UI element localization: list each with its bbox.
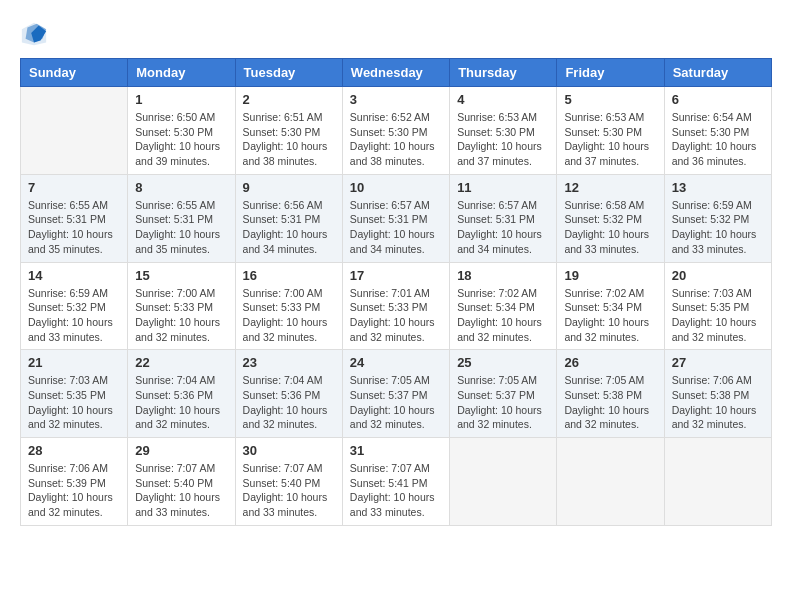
day-info: Sunrise: 6:57 AM Sunset: 5:31 PM Dayligh…: [350, 198, 442, 257]
calendar-day-13: 13Sunrise: 6:59 AM Sunset: 5:32 PM Dayli…: [664, 174, 771, 262]
day-number: 26: [564, 355, 656, 370]
calendar: SundayMondayTuesdayWednesdayThursdayFrid…: [20, 58, 772, 526]
calendar-day-3: 3Sunrise: 6:52 AM Sunset: 5:30 PM Daylig…: [342, 87, 449, 175]
day-info: Sunrise: 7:04 AM Sunset: 5:36 PM Dayligh…: [243, 373, 335, 432]
day-number: 10: [350, 180, 442, 195]
day-info: Sunrise: 7:02 AM Sunset: 5:34 PM Dayligh…: [564, 286, 656, 345]
day-info: Sunrise: 7:06 AM Sunset: 5:38 PM Dayligh…: [672, 373, 764, 432]
day-number: 17: [350, 268, 442, 283]
calendar-week-5: 28Sunrise: 7:06 AM Sunset: 5:39 PM Dayli…: [21, 438, 772, 526]
day-info: Sunrise: 7:03 AM Sunset: 5:35 PM Dayligh…: [672, 286, 764, 345]
calendar-empty-cell: [557, 438, 664, 526]
day-number: 2: [243, 92, 335, 107]
calendar-day-12: 12Sunrise: 6:58 AM Sunset: 5:32 PM Dayli…: [557, 174, 664, 262]
calendar-empty-cell: [450, 438, 557, 526]
day-info: Sunrise: 6:51 AM Sunset: 5:30 PM Dayligh…: [243, 110, 335, 169]
day-info: Sunrise: 7:07 AM Sunset: 5:40 PM Dayligh…: [135, 461, 227, 520]
day-number: 16: [243, 268, 335, 283]
day-header-thursday: Thursday: [450, 59, 557, 87]
calendar-day-4: 4Sunrise: 6:53 AM Sunset: 5:30 PM Daylig…: [450, 87, 557, 175]
day-info: Sunrise: 7:05 AM Sunset: 5:37 PM Dayligh…: [350, 373, 442, 432]
day-info: Sunrise: 7:05 AM Sunset: 5:37 PM Dayligh…: [457, 373, 549, 432]
day-header-friday: Friday: [557, 59, 664, 87]
calendar-day-1: 1Sunrise: 6:50 AM Sunset: 5:30 PM Daylig…: [128, 87, 235, 175]
day-number: 5: [564, 92, 656, 107]
calendar-day-23: 23Sunrise: 7:04 AM Sunset: 5:36 PM Dayli…: [235, 350, 342, 438]
day-info: Sunrise: 7:06 AM Sunset: 5:39 PM Dayligh…: [28, 461, 120, 520]
day-number: 21: [28, 355, 120, 370]
calendar-day-8: 8Sunrise: 6:55 AM Sunset: 5:31 PM Daylig…: [128, 174, 235, 262]
day-number: 4: [457, 92, 549, 107]
calendar-day-30: 30Sunrise: 7:07 AM Sunset: 5:40 PM Dayli…: [235, 438, 342, 526]
day-info: Sunrise: 7:03 AM Sunset: 5:35 PM Dayligh…: [28, 373, 120, 432]
calendar-day-9: 9Sunrise: 6:56 AM Sunset: 5:31 PM Daylig…: [235, 174, 342, 262]
day-number: 8: [135, 180, 227, 195]
day-number: 29: [135, 443, 227, 458]
day-number: 12: [564, 180, 656, 195]
calendar-empty-cell: [664, 438, 771, 526]
calendar-day-27: 27Sunrise: 7:06 AM Sunset: 5:38 PM Dayli…: [664, 350, 771, 438]
day-info: Sunrise: 7:00 AM Sunset: 5:33 PM Dayligh…: [135, 286, 227, 345]
calendar-week-4: 21Sunrise: 7:03 AM Sunset: 5:35 PM Dayli…: [21, 350, 772, 438]
day-number: 18: [457, 268, 549, 283]
day-number: 15: [135, 268, 227, 283]
calendar-day-22: 22Sunrise: 7:04 AM Sunset: 5:36 PM Dayli…: [128, 350, 235, 438]
calendar-day-19: 19Sunrise: 7:02 AM Sunset: 5:34 PM Dayli…: [557, 262, 664, 350]
day-info: Sunrise: 7:05 AM Sunset: 5:38 PM Dayligh…: [564, 373, 656, 432]
day-info: Sunrise: 6:57 AM Sunset: 5:31 PM Dayligh…: [457, 198, 549, 257]
calendar-day-2: 2Sunrise: 6:51 AM Sunset: 5:30 PM Daylig…: [235, 87, 342, 175]
header: [20, 20, 772, 48]
calendar-day-25: 25Sunrise: 7:05 AM Sunset: 5:37 PM Dayli…: [450, 350, 557, 438]
day-number: 11: [457, 180, 549, 195]
day-info: Sunrise: 7:07 AM Sunset: 5:40 PM Dayligh…: [243, 461, 335, 520]
day-info: Sunrise: 6:53 AM Sunset: 5:30 PM Dayligh…: [457, 110, 549, 169]
calendar-week-1: 1Sunrise: 6:50 AM Sunset: 5:30 PM Daylig…: [21, 87, 772, 175]
calendar-empty-cell: [21, 87, 128, 175]
calendar-day-31: 31Sunrise: 7:07 AM Sunset: 5:41 PM Dayli…: [342, 438, 449, 526]
calendar-day-17: 17Sunrise: 7:01 AM Sunset: 5:33 PM Dayli…: [342, 262, 449, 350]
day-number: 3: [350, 92, 442, 107]
day-info: Sunrise: 6:59 AM Sunset: 5:32 PM Dayligh…: [28, 286, 120, 345]
day-info: Sunrise: 6:52 AM Sunset: 5:30 PM Dayligh…: [350, 110, 442, 169]
calendar-day-28: 28Sunrise: 7:06 AM Sunset: 5:39 PM Dayli…: [21, 438, 128, 526]
day-number: 22: [135, 355, 227, 370]
day-number: 28: [28, 443, 120, 458]
calendar-day-14: 14Sunrise: 6:59 AM Sunset: 5:32 PM Dayli…: [21, 262, 128, 350]
calendar-day-15: 15Sunrise: 7:00 AM Sunset: 5:33 PM Dayli…: [128, 262, 235, 350]
calendar-header-row: SundayMondayTuesdayWednesdayThursdayFrid…: [21, 59, 772, 87]
day-info: Sunrise: 6:59 AM Sunset: 5:32 PM Dayligh…: [672, 198, 764, 257]
day-info: Sunrise: 6:54 AM Sunset: 5:30 PM Dayligh…: [672, 110, 764, 169]
day-info: Sunrise: 7:04 AM Sunset: 5:36 PM Dayligh…: [135, 373, 227, 432]
day-number: 31: [350, 443, 442, 458]
day-number: 14: [28, 268, 120, 283]
day-info: Sunrise: 6:53 AM Sunset: 5:30 PM Dayligh…: [564, 110, 656, 169]
day-info: Sunrise: 6:50 AM Sunset: 5:30 PM Dayligh…: [135, 110, 227, 169]
day-info: Sunrise: 7:07 AM Sunset: 5:41 PM Dayligh…: [350, 461, 442, 520]
day-header-wednesday: Wednesday: [342, 59, 449, 87]
day-header-monday: Monday: [128, 59, 235, 87]
day-info: Sunrise: 6:58 AM Sunset: 5:32 PM Dayligh…: [564, 198, 656, 257]
calendar-day-26: 26Sunrise: 7:05 AM Sunset: 5:38 PM Dayli…: [557, 350, 664, 438]
day-number: 27: [672, 355, 764, 370]
calendar-week-2: 7Sunrise: 6:55 AM Sunset: 5:31 PM Daylig…: [21, 174, 772, 262]
calendar-day-6: 6Sunrise: 6:54 AM Sunset: 5:30 PM Daylig…: [664, 87, 771, 175]
logo-icon: [20, 20, 48, 48]
day-number: 25: [457, 355, 549, 370]
day-number: 6: [672, 92, 764, 107]
day-header-saturday: Saturday: [664, 59, 771, 87]
calendar-day-10: 10Sunrise: 6:57 AM Sunset: 5:31 PM Dayli…: [342, 174, 449, 262]
day-info: Sunrise: 6:55 AM Sunset: 5:31 PM Dayligh…: [28, 198, 120, 257]
day-info: Sunrise: 7:00 AM Sunset: 5:33 PM Dayligh…: [243, 286, 335, 345]
calendar-day-16: 16Sunrise: 7:00 AM Sunset: 5:33 PM Dayli…: [235, 262, 342, 350]
day-info: Sunrise: 6:56 AM Sunset: 5:31 PM Dayligh…: [243, 198, 335, 257]
day-info: Sunrise: 7:01 AM Sunset: 5:33 PM Dayligh…: [350, 286, 442, 345]
calendar-day-24: 24Sunrise: 7:05 AM Sunset: 5:37 PM Dayli…: [342, 350, 449, 438]
calendar-day-18: 18Sunrise: 7:02 AM Sunset: 5:34 PM Dayli…: [450, 262, 557, 350]
calendar-week-3: 14Sunrise: 6:59 AM Sunset: 5:32 PM Dayli…: [21, 262, 772, 350]
logo: [20, 20, 52, 48]
day-info: Sunrise: 6:55 AM Sunset: 5:31 PM Dayligh…: [135, 198, 227, 257]
calendar-day-5: 5Sunrise: 6:53 AM Sunset: 5:30 PM Daylig…: [557, 87, 664, 175]
calendar-day-29: 29Sunrise: 7:07 AM Sunset: 5:40 PM Dayli…: [128, 438, 235, 526]
day-number: 23: [243, 355, 335, 370]
calendar-day-21: 21Sunrise: 7:03 AM Sunset: 5:35 PM Dayli…: [21, 350, 128, 438]
